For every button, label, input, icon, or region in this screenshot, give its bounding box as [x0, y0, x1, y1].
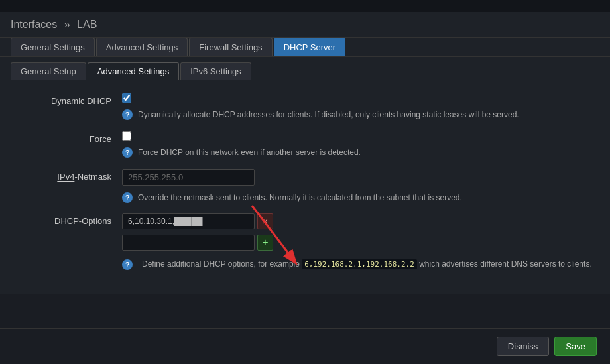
tab-firewall-settings[interactable]: Firewall Settings: [189, 38, 272, 56]
dynamic-dhcp-help-icon[interactable]: ?: [122, 109, 133, 120]
subtab-advanced-settings[interactable]: Advanced Settings: [88, 62, 179, 80]
top-bar: [0, 0, 610, 12]
main-tabs: General Settings Advanced Settings Firew…: [0, 38, 610, 57]
tab-advanced-settings[interactable]: Advanced Settings: [96, 38, 188, 56]
dhcp-option-existing: ×: [122, 213, 594, 229]
dhcp-options-help-text: Define additional DHCP options, for exam…: [142, 259, 592, 270]
breadcrumb-interfaces: Interfaces: [11, 19, 57, 30]
dhcp-options-row: DHCP-Options × + ? Define additional DHC…: [16, 213, 594, 270]
ipv4-netmask-help-icon[interactable]: ?: [122, 192, 133, 203]
breadcrumb-separator: »: [64, 19, 70, 30]
dynamic-dhcp-label: Dynamic DHCP: [16, 93, 122, 106]
subtab-general-setup[interactable]: General Setup: [11, 62, 86, 80]
dhcp-options-label: DHCP-Options: [16, 213, 122, 226]
ipv4-netmask-input[interactable]: [122, 169, 255, 186]
ipv4-netmask-help-text: Override the netmask sent to clients. No…: [138, 192, 462, 204]
dhcp-option-remove-button[interactable]: ×: [257, 213, 273, 229]
dhcp-option-add-row: +: [122, 235, 594, 251]
save-button[interactable]: Save: [554, 337, 597, 356]
dynamic-dhcp-row: Dynamic DHCP ? Dynamically allocate DHCP…: [16, 93, 594, 121]
force-checkbox[interactable]: [122, 131, 131, 141]
tab-general-settings[interactable]: General Settings: [11, 38, 95, 56]
dhcp-options-help-icon[interactable]: ?: [122, 259, 133, 270]
dynamic-dhcp-help-text: Dynamically allocate DHCP addresses for …: [138, 109, 519, 121]
sub-tabs: General Setup Advanced Settings IPv6 Set…: [0, 57, 610, 80]
dynamic-dhcp-checkbox[interactable]: [122, 93, 131, 103]
tab-dhcp-server[interactable]: DHCP Server: [274, 38, 346, 56]
force-row: Force ? Force DHCP on this network even …: [16, 131, 594, 158]
ipv4-netmask-row: IPv4-Netmask ? Override the netmask sent…: [16, 169, 594, 204]
dhcp-option-add-button[interactable]: +: [257, 235, 273, 251]
dismiss-button[interactable]: Dismiss: [497, 337, 550, 356]
dhcp-option-add-input[interactable]: [122, 235, 255, 251]
dhcp-option-value-input[interactable]: [122, 213, 255, 229]
force-help-icon[interactable]: ?: [122, 147, 133, 158]
dhcp-options-content: × + ? Define additional DHCP options, fo…: [122, 213, 594, 270]
content-area: Dynamic DHCP ? Dynamically allocate DHCP…: [0, 80, 610, 294]
dynamic-dhcp-content: ? Dynamically allocate DHCP addresses fo…: [122, 93, 594, 121]
breadcrumb-lab: LAB: [77, 19, 97, 30]
footer: Dismiss Save: [0, 328, 610, 364]
ipv4-netmask-content: ? Override the netmask sent to clients. …: [122, 169, 594, 204]
force-label: Force: [16, 131, 122, 144]
ipv4-netmask-label: IPv4-Netmask: [16, 169, 122, 182]
page-header: Interfaces » LAB: [0, 12, 610, 38]
subtab-ipv6-settings[interactable]: IPv6 Settings: [180, 62, 251, 80]
force-help-text: Force DHCP on this network even if anoth…: [138, 147, 361, 158]
force-content: ? Force DHCP on this network even if ano…: [122, 131, 594, 158]
